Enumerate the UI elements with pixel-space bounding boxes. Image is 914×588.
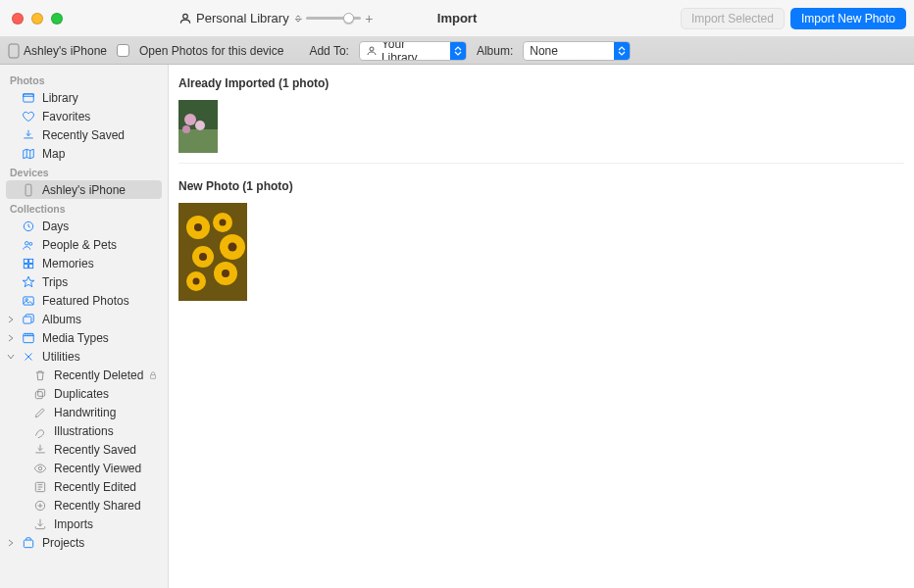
new-photo-title: New Photo (1 photo) <box>178 179 904 193</box>
window-controls <box>0 13 63 24</box>
content-area: Already Imported (1 photo) New Photo (1 … <box>169 65 914 588</box>
popup-arrows-icon <box>614 42 630 60</box>
sidebar-item-recently-viewed[interactable]: Recently Viewed <box>0 459 168 477</box>
phone-icon <box>8 43 20 59</box>
illustration-icon <box>33 424 47 438</box>
download-icon <box>33 443 47 457</box>
sidebar-item-media-types[interactable]: Media Types <box>0 328 168 347</box>
svg-point-38 <box>228 243 237 252</box>
device-name: Ashley's iPhone <box>8 43 107 59</box>
sidebar-item-days[interactable]: Days <box>0 217 168 235</box>
photo-thumbnail[interactable] <box>178 203 247 301</box>
library-label: Personal Library <box>196 11 289 25</box>
sidebar-item-featured[interactable]: Featured Photos <box>0 291 168 310</box>
toolbar-right: Import Selected Import New Photo <box>681 8 906 29</box>
people-icon <box>22 238 35 252</box>
chevron-down-icon[interactable] <box>6 352 16 362</box>
close-button[interactable] <box>12 13 24 24</box>
phone-icon <box>22 183 35 197</box>
minimize-button[interactable] <box>31 13 43 24</box>
already-imported-title: Already Imported (1 photo) <box>178 76 904 90</box>
svg-rect-19 <box>38 389 45 396</box>
import-selected-button: Import Selected <box>681 8 785 29</box>
sidebar-item-memories[interactable]: Memories <box>0 254 168 272</box>
main: Photos Library Favorites Recently Saved … <box>0 65 914 588</box>
svg-point-37 <box>220 220 227 226</box>
section-devices: Devices <box>0 163 168 180</box>
svg-rect-5 <box>25 184 31 196</box>
sidebar-item-map[interactable]: Map <box>0 144 168 163</box>
sidebar-item-handwriting[interactable]: Handwriting <box>0 403 168 421</box>
svg-point-27 <box>195 121 205 130</box>
memories-icon <box>22 257 35 270</box>
import-new-button[interactable]: Import New Photo <box>790 8 906 29</box>
svg-point-8 <box>29 242 32 245</box>
section-photos: Photos <box>0 71 168 88</box>
svg-point-41 <box>193 278 200 285</box>
svg-point-20 <box>38 466 42 470</box>
zoom-plus-icon[interactable]: + <box>365 11 373 26</box>
svg-rect-23 <box>24 540 32 548</box>
album-label: Album: <box>477 44 513 58</box>
new-photo-section: New Photo (1 photo) <box>169 168 914 307</box>
pencil-icon <box>33 406 47 419</box>
utilities-icon <box>22 350 35 364</box>
sidebar-item-people-pets[interactable]: People & Pets <box>0 235 168 254</box>
svg-point-36 <box>194 223 202 231</box>
sidebar-item-library[interactable]: Library <box>0 88 168 107</box>
sidebar-item-recently-saved2[interactable]: Recently Saved <box>0 440 168 459</box>
album-popup[interactable]: None <box>523 41 631 61</box>
window-title: Import <box>437 11 477 25</box>
svg-rect-17 <box>151 374 156 378</box>
eye-icon <box>33 462 47 475</box>
titlebar: Personal Library − + Import Import Selec… <box>0 0 914 37</box>
already-imported-section: Already Imported (1 photo) <box>169 65 914 159</box>
open-photos-label: Open Photos for this device <box>139 44 283 58</box>
popup-arrows-icon <box>450 42 466 60</box>
trash-icon <box>33 368 47 382</box>
zoom-minus-icon[interactable]: − <box>294 11 302 26</box>
open-photos-checkbox[interactable] <box>117 44 129 57</box>
svg-rect-12 <box>29 264 33 268</box>
sidebar-item-projects[interactable]: Projects <box>0 533 168 552</box>
svg-point-40 <box>222 270 229 277</box>
sidebar-item-illustrations[interactable]: Illustrations <box>0 421 168 440</box>
sidebar-item-utilities[interactable]: Utilities <box>0 347 168 366</box>
svg-rect-9 <box>24 259 27 263</box>
svg-rect-18 <box>35 391 42 398</box>
sidebar-item-albums[interactable]: Albums <box>0 310 168 328</box>
sidebar: Photos Library Favorites Recently Saved … <box>0 65 169 588</box>
sidebar-item-favorites[interactable]: Favorites <box>0 107 168 125</box>
photo-thumbnail[interactable] <box>178 100 218 153</box>
library-dropdown[interactable]: Personal Library <box>178 11 303 25</box>
sidebar-item-duplicates[interactable]: Duplicates <box>0 384 168 403</box>
chevron-right-icon[interactable] <box>6 333 16 343</box>
projects-icon <box>22 536 35 550</box>
svg-point-26 <box>184 114 196 125</box>
chevron-right-icon[interactable] <box>6 538 16 548</box>
sidebar-item-recently-edited[interactable]: Recently Edited <box>0 477 168 496</box>
slider-thumb[interactable] <box>343 13 354 24</box>
sidebar-item-trips[interactable]: Trips <box>0 272 168 291</box>
person-icon <box>178 12 192 25</box>
svg-rect-4 <box>24 93 34 95</box>
svg-point-0 <box>183 14 188 19</box>
zoom-slider[interactable]: − + <box>294 11 373 26</box>
svg-point-2 <box>370 47 374 51</box>
svg-point-7 <box>25 241 29 245</box>
sidebar-item-recently-saved[interactable]: Recently Saved <box>0 125 168 144</box>
sidebar-item-recently-deleted[interactable]: Recently Deleted <box>0 366 168 384</box>
chevron-right-icon[interactable] <box>6 315 16 324</box>
svg-rect-11 <box>24 264 27 268</box>
library-icon <box>22 91 35 105</box>
sidebar-item-ashleys-iphone[interactable]: Ashley's iPhone <box>6 180 162 199</box>
sidebar-item-recently-shared[interactable]: Recently Shared <box>0 496 168 514</box>
svg-rect-1 <box>9 44 19 58</box>
maximize-button[interactable] <box>51 13 63 24</box>
download-icon <box>22 128 35 142</box>
sidebar-item-imports[interactable]: Imports <box>0 514 168 533</box>
map-icon <box>22 147 35 161</box>
slider-track[interactable] <box>306 17 361 20</box>
person-icon <box>366 45 378 57</box>
add-to-popup[interactable]: Your Library <box>359 41 467 61</box>
